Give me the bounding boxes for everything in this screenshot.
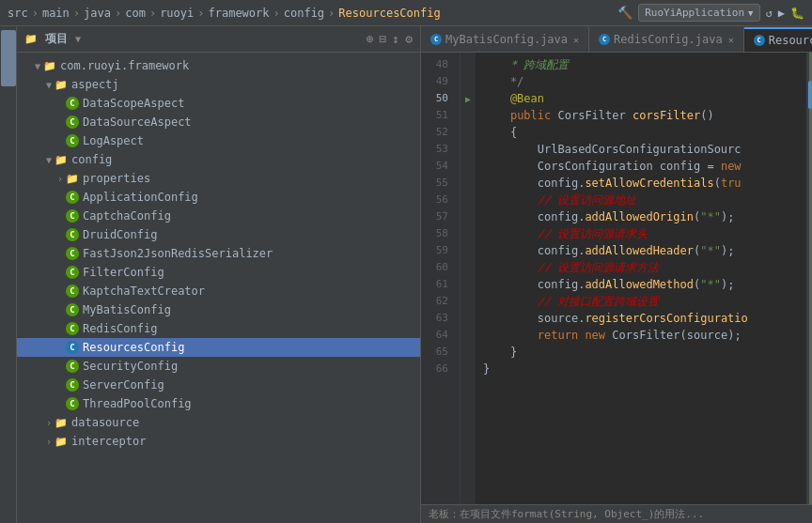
ln-62: 62 (421, 293, 452, 310)
code-line-61: config.addAllowedMethod("*"); (476, 276, 806, 293)
tab-icon-2: C (599, 34, 610, 45)
tree-item-appconfig[interactable]: C ApplicationConfig (17, 188, 420, 207)
code-text-55: config.setAllowCredentials(tru (483, 175, 742, 192)
gutter-60 (461, 259, 476, 276)
tree-item-druidconfig[interactable]: C DruidConfig (17, 225, 420, 244)
refresh-icon[interactable]: ↺ (766, 7, 773, 20)
code-text-48: * 跨域配置 (483, 56, 569, 73)
code-text-53: UrlBasedCorsConfigurationSourc (483, 141, 742, 158)
tree-item-logaspect[interactable]: C LogAspect (17, 131, 420, 150)
tree-item-serverconfig[interactable]: C ServerConfig (17, 376, 420, 394)
fastjson-label: FastJson2JsonRedisSerializer (83, 247, 273, 260)
editor-content: 48 49 50 51 52 53 54 55 56 57 58 59 60 6… (421, 53, 812, 504)
sep7: › (328, 7, 335, 20)
tab-mybatisconfig[interactable]: C MyBatisConfig.java ✕ (421, 27, 589, 52)
build-icon[interactable]: ▶ (778, 7, 785, 20)
tree-item-captchaconfig[interactable]: C CaptchaConfig (17, 207, 420, 225)
class-icon-rsc: C (66, 341, 79, 354)
arrow-50[interactable]: ▶ (465, 94, 471, 104)
code-text-62: // 对接口配置跨域设置 (483, 293, 659, 310)
code-text-66: } (483, 361, 490, 377)
tab-redisconfig[interactable]: C RedisConfig.java ✕ (589, 27, 744, 52)
tree-item-datasource[interactable]: › 📁 datasource (17, 413, 420, 432)
ln-48: 48 (421, 56, 452, 73)
config-label: config (71, 153, 112, 166)
gutter-66 (461, 361, 476, 377)
tree-item-interceptor[interactable]: › 📁 interceptor (17, 432, 420, 451)
resourcesconfig-label: ResourcesConfig (83, 341, 184, 354)
datasource-label: datasource (71, 416, 139, 429)
breadcrumb-bar: src › main › java › com › ruoyi › framew… (0, 0, 812, 26)
ln-58: 58 (421, 225, 452, 242)
tree-item-kaptcha[interactable]: C KaptchaTextCreator (17, 282, 420, 300)
debug-icon[interactable]: 🐛 (790, 7, 804, 20)
tree-item-redisconfig[interactable]: C RedisConfig (17, 319, 420, 338)
breadcrumb-framework[interactable]: framework (208, 7, 269, 20)
tree-item-config[interactable]: ▼ 📁 config (17, 150, 420, 169)
tree-item-securityconfig[interactable]: C SecurityConfig (17, 357, 420, 376)
folder-aspectj-icon: 📁 (55, 79, 68, 91)
panel-header-icons: ⊕ ⊟ ↕ ⚙ (367, 32, 413, 46)
app-selector[interactable]: RuoYiApplication ▼ (638, 4, 759, 22)
code-line-64: return new CorsFilter(source); (476, 327, 806, 344)
panel-header: 📁 项目 ▼ ⊕ ⊟ ↕ ⚙ (17, 26, 420, 53)
code-line-49: */ (476, 73, 806, 90)
locate-icon[interactable]: ⊕ (367, 32, 374, 46)
tab-close-2[interactable]: ✕ (728, 35, 734, 45)
tree-item-fastjson[interactable]: C FastJson2JsonRedisSerializer (17, 244, 420, 263)
breadcrumb-current[interactable]: ResourcesConfig (338, 7, 440, 20)
sep3: › (115, 7, 121, 20)
class-icon-sc: C (66, 360, 79, 373)
aspectj-label: aspectj (71, 78, 119, 91)
code-text-61: config.addAllowedMethod("*"); (483, 276, 734, 293)
tree-item-resourcesconfig[interactable]: C ResourcesConfig (17, 338, 420, 357)
breadcrumb-main[interactable]: main (42, 7, 70, 20)
panel-dropdown[interactable]: ▼ (75, 34, 81, 44)
breadcrumb-java[interactable]: java (84, 7, 111, 20)
tab-icon-3: C (754, 35, 765, 46)
class-icon-la: C (66, 134, 79, 147)
code-area[interactable]: * 跨域配置 */ @Bean public CorsFilter corsFi… (476, 53, 806, 504)
tab-close-1[interactable]: ✕ (573, 35, 579, 45)
tree-item-aspectj[interactable]: ▼ 📁 aspectj (17, 75, 420, 94)
gutter-52 (461, 124, 476, 141)
folder-props-icon: 📁 (66, 173, 79, 185)
ln-56: 56 (421, 192, 452, 208)
tree-item-filterconfig[interactable]: C FilterConfig (17, 263, 420, 282)
gutter-51 (461, 107, 476, 124)
class-icon-kt: C (66, 285, 79, 298)
dropdown-icon: ▼ (748, 8, 753, 18)
breadcrumb-src[interactable]: src (8, 7, 28, 20)
kaptcha-label: KaptchaTextCreator (83, 285, 205, 298)
class-icon-fj: C (66, 247, 79, 260)
ln-65: 65 (421, 344, 452, 361)
securityconfig-label: SecurityConfig (83, 360, 178, 373)
tree-item-framework[interactable]: ▼ 📁 com.ruoyi.framework (17, 56, 420, 75)
project-tool-btn[interactable] (1, 30, 16, 86)
collapse-icon[interactable]: ⊟ (380, 32, 387, 46)
folder-interceptor-icon: 📁 (55, 436, 68, 448)
settings-icon[interactable]: ⚙ (405, 32, 413, 46)
breadcrumb-ruoyi[interactable]: ruoyi (160, 7, 194, 20)
sort-icon[interactable]: ↕ (392, 32, 399, 46)
class-icon-dc: C (66, 228, 79, 241)
sep6: › (273, 7, 280, 20)
ln-52: 52 (421, 124, 452, 141)
breadcrumb-config[interactable]: config (284, 7, 324, 20)
tree-item-datascopeaspect[interactable]: C DataScopeAspect (17, 94, 420, 113)
app-name-label: RuoYiApplication (645, 7, 744, 19)
breadcrumb-com[interactable]: com (125, 7, 146, 20)
gutter-63 (461, 310, 476, 327)
ln-55: 55 (421, 175, 452, 192)
tree-item-datasourceaspect[interactable]: C DataSourceAspect (17, 113, 420, 131)
class-icon-tp: C (66, 397, 79, 410)
tree-item-properties[interactable]: › 📁 properties (17, 169, 420, 188)
editor-area: C MyBatisConfig.java ✕ C RedisConfig.jav… (421, 26, 812, 523)
tab-resourcesconfig[interactable]: C Resourc... ✕ (744, 27, 812, 52)
tree-item-threadpoolconfig[interactable]: C ThreadPoolConfig (17, 394, 420, 413)
tree-item-mybatisconfig[interactable]: C MyBatisConfig (17, 300, 420, 319)
code-line-51: public CorsFilter corsFilter() (476, 107, 806, 124)
hammer-icon[interactable]: 🔨 (617, 6, 632, 20)
class-icon-ac: C (66, 191, 79, 204)
serverconfig-label: ServerConfig (83, 378, 164, 392)
